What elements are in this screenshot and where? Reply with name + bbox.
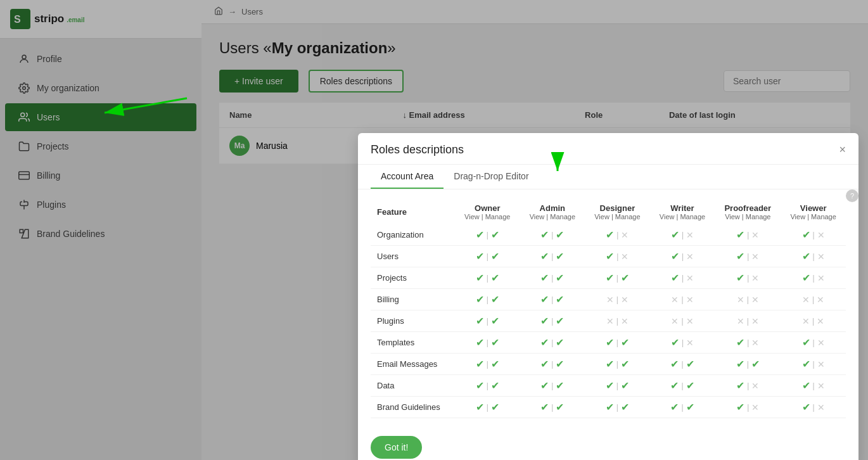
- check-icon: ✔: [540, 315, 549, 327]
- cross-icon: ✕: [751, 252, 759, 262]
- cross-icon: ✕: [817, 359, 825, 369]
- th-writer: WriterView | Manage: [650, 200, 715, 224]
- feature-cell: Data: [371, 375, 455, 397]
- viewer-cell: ✔|✕: [781, 267, 846, 289]
- cross-icon: ✕: [751, 295, 759, 305]
- check-icon: ✔: [556, 250, 564, 262]
- check-icon: ✔: [686, 358, 694, 370]
- viewer-cell: ✕|✕: [781, 310, 846, 332]
- tab-dnd-editor[interactable]: Drag-n-Drop Editor: [444, 165, 539, 189]
- proofreader-cell: ✔|✕: [715, 332, 781, 354]
- writer-cell: ✔|✕: [650, 246, 715, 267]
- designer-cell: ✕|✕: [585, 310, 650, 332]
- roles-table-row: Plugins ✔|✔ ✔|✔ ✕|✕ ✕|✕ ✕|✕ ✕|✕: [371, 310, 846, 332]
- proofreader-cell: ✔|✕: [715, 267, 781, 289]
- cross-icon: ✕: [737, 316, 744, 326]
- check-icon: ✔: [606, 250, 614, 262]
- modal-body: Feature OwnerView | Manage AdminView | M…: [358, 189, 858, 428]
- check-icon: ✔: [606, 401, 614, 413]
- cross-icon: ✕: [817, 402, 825, 412]
- cross-icon: ✕: [817, 252, 825, 262]
- designer-cell: ✔|✔: [585, 267, 650, 289]
- owner-cell: ✔|✔: [455, 289, 520, 310]
- check-icon: ✔: [491, 315, 499, 327]
- writer-cell: ✕|✕: [650, 289, 715, 310]
- cross-icon: ✕: [686, 295, 694, 305]
- check-icon: ✔: [671, 336, 679, 348]
- roles-table-row: Organization ✔|✔ ✔|✔ ✔|✕ ✔|✕ ✔|✕ ✔|✕: [371, 224, 846, 246]
- check-icon: ✔: [540, 358, 549, 370]
- check-icon: ✔: [491, 358, 499, 370]
- check-icon: ✔: [802, 272, 810, 284]
- tab-account-area[interactable]: Account Area: [371, 165, 444, 189]
- check-icon: ✔: [621, 336, 629, 348]
- check-icon: ✔: [540, 272, 549, 284]
- modal-title: Roles descriptions: [371, 143, 464, 157]
- owner-cell: ✔|✔: [455, 332, 520, 354]
- check-icon: ✔: [540, 229, 549, 241]
- check-icon: ✔: [491, 380, 499, 392]
- check-icon: ✔: [476, 293, 484, 305]
- check-icon: ✔: [621, 272, 629, 284]
- cross-icon: ✕: [737, 295, 744, 305]
- cross-icon: ✕: [621, 252, 629, 262]
- check-icon: ✔: [606, 358, 614, 370]
- check-icon: ✔: [736, 358, 744, 370]
- check-icon: ✔: [491, 401, 499, 413]
- cross-icon: ✕: [802, 316, 810, 326]
- viewer-cell: ✔|✕: [781, 397, 846, 418]
- check-icon: ✔: [540, 293, 549, 305]
- viewer-cell: ✔|✕: [781, 224, 846, 246]
- cross-icon: ✕: [817, 316, 824, 326]
- check-icon: ✔: [621, 380, 629, 392]
- check-icon: ✔: [802, 229, 810, 241]
- roles-table-row: Email Messages ✔|✔ ✔|✔ ✔|✔ ✔|✔ ✔|✔ ✔|✕: [371, 354, 846, 375]
- check-icon: ✔: [606, 272, 614, 284]
- roles-table-row: Data ✔|✔ ✔|✔ ✔|✔ ✔|✔ ✔|✕ ✔|✕: [371, 375, 846, 397]
- feature-cell: Projects: [371, 267, 455, 289]
- check-icon: ✔: [736, 380, 744, 392]
- check-icon: ✔: [556, 358, 564, 370]
- feature-cell: Users: [371, 246, 455, 267]
- th-feature: Feature: [371, 200, 455, 224]
- designer-cell: ✔|✕: [585, 224, 650, 246]
- check-icon: ✔: [556, 229, 564, 241]
- feature-cell: Email Messages: [371, 354, 455, 375]
- th-viewer: ViewerView | Manage: [781, 200, 846, 224]
- admin-cell: ✔|✔: [520, 310, 585, 332]
- got-it-button[interactable]: Got it!: [371, 436, 422, 459]
- check-icon: ✔: [556, 293, 564, 305]
- modal-header: Roles descriptions ×: [358, 133, 858, 165]
- check-icon: ✔: [491, 336, 499, 348]
- check-icon: ✔: [476, 401, 484, 413]
- check-icon: ✔: [736, 250, 744, 262]
- writer-cell: ✔|✕: [650, 267, 715, 289]
- owner-cell: ✔|✔: [455, 224, 520, 246]
- viewer-cell: ✔|✕: [781, 246, 846, 267]
- check-icon: ✔: [556, 336, 564, 348]
- check-icon: ✔: [540, 336, 549, 348]
- check-icon: ✔: [802, 250, 810, 262]
- th-admin: AdminView | Manage: [520, 200, 585, 224]
- cross-icon: ✕: [751, 338, 759, 348]
- cross-icon: ✕: [621, 295, 629, 305]
- modal-close-button[interactable]: ×: [839, 143, 846, 157]
- th-owner: OwnerView | Manage: [455, 200, 520, 224]
- proofreader-cell: ✔|✕: [715, 246, 781, 267]
- check-icon: ✔: [802, 380, 810, 392]
- check-icon: ✔: [606, 336, 614, 348]
- check-icon: ✔: [671, 250, 679, 262]
- cross-icon: ✕: [751, 316, 759, 326]
- help-icon[interactable]: ?: [846, 189, 858, 202]
- cross-icon: ✕: [686, 338, 694, 348]
- writer-cell: ✔|✕: [650, 332, 715, 354]
- check-icon: ✔: [686, 380, 694, 392]
- designer-cell: ✕|✕: [585, 289, 650, 310]
- check-icon: ✔: [686, 401, 694, 413]
- cross-icon: ✕: [751, 230, 759, 240]
- roles-table-row: Projects ✔|✔ ✔|✔ ✔|✔ ✔|✕ ✔|✕ ✔|✕: [371, 267, 846, 289]
- roles-table-row: Templates ✔|✔ ✔|✔ ✔|✔ ✔|✕ ✔|✕ ✔|✕: [371, 332, 846, 354]
- check-icon: ✔: [491, 229, 499, 241]
- check-icon: ✔: [491, 293, 499, 305]
- check-icon: ✔: [671, 229, 679, 241]
